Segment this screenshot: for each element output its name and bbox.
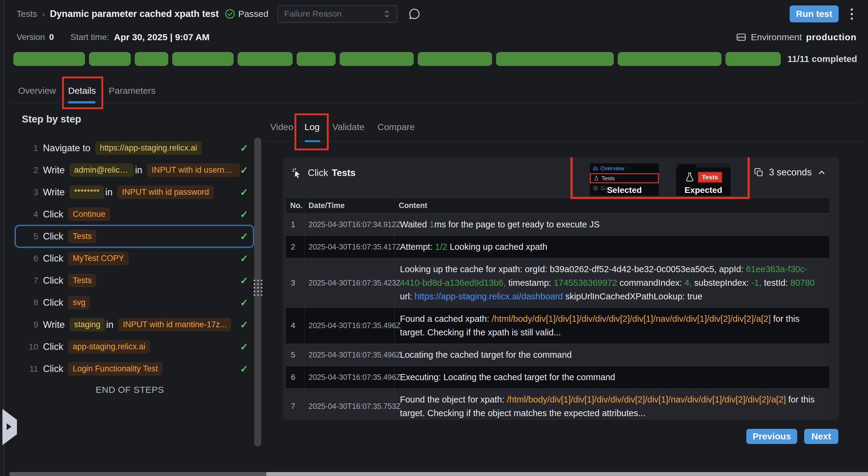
horizontal-scrollbar-thumb[interactable] — [9, 472, 266, 476]
log-row: 32025-04-30T16:07:35.423ZLooking up the … — [286, 258, 829, 308]
log-row: 72025-04-30T16:07:35.753ZFound the objec… — [286, 388, 829, 420]
log-row-timestamp: 2025-04-30T16:07:34.912Z — [304, 213, 394, 236]
step-success-check-icon: ✓ — [240, 275, 248, 286]
step-success-check-icon: ✓ — [240, 363, 248, 375]
tab-parameters[interactable]: Parameters — [108, 86, 156, 96]
step-row[interactable]: 3Write********inINPUT with id password✓ — [15, 181, 254, 203]
step-target-chip: Continue — [68, 207, 110, 221]
step-number: 10 — [16, 342, 38, 352]
tab-compare[interactable]: Compare — [377, 122, 415, 132]
drag-handle-icon[interactable] — [253, 280, 263, 296]
step-action: Write — [43, 165, 65, 176]
step-success-check-icon: ✓ — [240, 253, 248, 264]
log-row: 12025-04-30T16:07:34.912ZWaited 1ms for … — [286, 213, 829, 236]
progress-segment — [725, 52, 780, 66]
copy-icon[interactable] — [754, 168, 764, 177]
step-row[interactable]: 4ClickContinue✓ — [15, 203, 254, 225]
failure-reason-select[interactable]: Failure Reason — [278, 5, 397, 23]
step-success-check-icon: ✓ — [240, 186, 248, 198]
log-row: 42025-04-30T16:07:35.496ZFound a cached … — [286, 308, 829, 344]
status-text: Passed — [238, 9, 269, 19]
click-cursor-icon — [291, 168, 302, 178]
page-title: Dynamic parameter cached xpath test — [50, 8, 219, 19]
breadcrumb[interactable]: Tests — [17, 9, 37, 19]
horizontal-scrollbar-track[interactable] — [266, 472, 868, 476]
step-success-check-icon: ✓ — [240, 319, 248, 331]
log-text: substepIndex: — [692, 278, 751, 287]
step-action: Click — [43, 364, 63, 374]
log-text: ms for the page to get ready to execute … — [434, 219, 599, 229]
log-row-timestamp: 2025-04-30T16:07:35.496Z — [304, 344, 394, 366]
step-number: 11 — [16, 364, 38, 374]
step-action: Click — [43, 209, 63, 220]
step-row[interactable]: 1Navigate tohttps://app-staging.relicx.a… — [15, 137, 254, 159]
tab-video[interactable]: Video — [270, 122, 293, 132]
environment-value: production — [806, 32, 857, 42]
expected-screenshot-thumbnail[interactable]: Tests Expected — [676, 163, 731, 196]
log-link[interactable]: https://app-staging.relicx.ai/dashboard — [415, 292, 563, 301]
comment-icon[interactable] — [408, 7, 421, 21]
environment-label: Environment — [751, 32, 802, 42]
step-row[interactable]: 7ClickTests✓ — [15, 269, 254, 292]
log-row-number: 2 — [286, 236, 304, 258]
progress-row: 11/11 completed — [13, 51, 857, 67]
log-text: Found a cached xpath: — [400, 314, 492, 324]
log-row-number: 1 — [286, 213, 304, 236]
log-row-content: Executing: Locating the cached target fo… — [394, 366, 829, 388]
step-row[interactable]: 8Clicksvg✓ — [15, 292, 254, 314]
expected-target-highlight: Tests — [698, 172, 722, 183]
command-summary: Click Tests — [291, 168, 355, 178]
log-row-number: 7 — [286, 388, 304, 420]
step-number: 5 — [16, 232, 38, 241]
progress-segment — [135, 52, 168, 66]
step-row[interactable]: 10Clickapp-staging.relicx.ai✓ — [15, 336, 254, 358]
selected-screenshot-thumbnail[interactable]: Overview Tests Suites Selected — [590, 163, 659, 196]
step-number: 3 — [16, 188, 38, 197]
log-row-content: Found the object for xpath: /html/body/d… — [394, 388, 829, 420]
step-row[interactable]: 5ClickTests✓ — [15, 225, 254, 247]
log-value-green: 4, — [685, 278, 692, 287]
step-row[interactable]: 6ClickMyTest COPY✓ — [15, 247, 254, 269]
top-bar: Tests › Dynamic parameter cached xpath t… — [4, 0, 868, 28]
kebab-menu-icon[interactable] — [848, 7, 856, 22]
duration-text: 3 seconds — [769, 167, 812, 178]
log-text: Attempt: — [400, 242, 435, 251]
chevron-up-icon[interactable] — [817, 168, 826, 177]
step-action: Click — [43, 231, 63, 242]
step-number: 8 — [16, 298, 38, 308]
log-table: No. Date/Time Content 12025-04-30T16:07:… — [286, 198, 829, 420]
progress-segment — [496, 52, 614, 66]
step-row[interactable]: 9WritestaginginINPUT with id mantine-17z… — [15, 314, 254, 336]
log-text: testId: — [762, 278, 790, 287]
log-text: Waited — [400, 219, 430, 229]
version-value: 0 — [49, 32, 54, 42]
meta-row: Version 0 Start time: Apr 30, 2025 | 9:0… — [4, 28, 868, 46]
log-value-green: 80780 — [790, 278, 815, 287]
annotation-box-screenshots: Overview Tests Suites Selected — [570, 157, 750, 199]
log-row-number: 3 — [286, 258, 304, 308]
run-test-button[interactable]: Run test — [789, 5, 839, 22]
panel-resizer-scrollbar[interactable] — [254, 138, 261, 446]
tab-validate[interactable]: Validate — [332, 122, 364, 132]
tab-overview[interactable]: Overview — [18, 86, 56, 96]
step-connector: in — [106, 319, 114, 330]
next-button[interactable]: Next — [804, 429, 838, 444]
progress-bar — [13, 52, 781, 66]
end-of-steps-label: END OF STEPS — [4, 385, 255, 395]
step-row[interactable]: 2Writeadmin@relicx.aiinINPUT with id use… — [15, 159, 254, 181]
flask-icon — [594, 176, 599, 181]
home-icon — [593, 166, 598, 171]
step-number: 9 — [16, 320, 38, 330]
log-row-content: Found a cached xpath: /html/body/div[1]/… — [394, 308, 829, 344]
log-card-header: Click Tests Overview Tests — [283, 157, 839, 198]
step-row[interactable]: 11ClickLogin Functionality Test✓ — [15, 358, 254, 380]
previous-button[interactable]: Previous — [746, 429, 797, 444]
column-header-datetime: Date/Time — [304, 198, 394, 213]
duration-group: 3 seconds — [754, 167, 826, 178]
step-target-chip: svg — [68, 296, 90, 309]
flask-icon — [685, 172, 695, 182]
step-target-chip: Tests — [68, 274, 96, 287]
step-action: Click — [43, 275, 63, 286]
column-header-content: Content — [394, 198, 829, 213]
log-value-green: 1745536369972 — [554, 278, 617, 287]
